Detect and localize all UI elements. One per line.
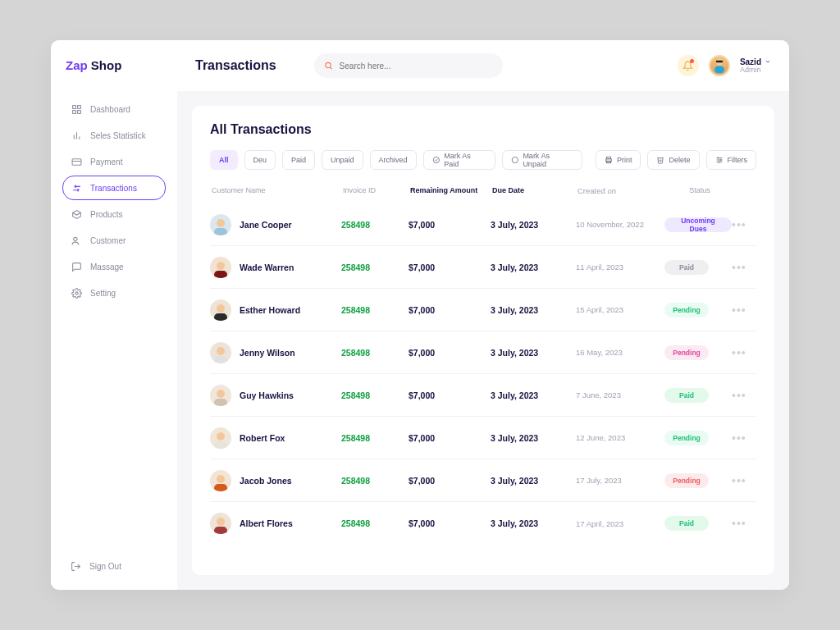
invoice-id: 258498: [341, 305, 370, 315]
delete-button[interactable]: Delete: [647, 150, 699, 170]
mark-unpaid-label: Mark As Unpaid: [523, 152, 573, 168]
row-actions-button[interactable]: •••: [732, 261, 756, 274]
customer-avatar: [210, 427, 231, 449]
invoice-id: 258498: [341, 433, 370, 443]
sidebar-item-label: Products: [90, 210, 122, 219]
svg-point-24: [717, 158, 719, 159]
grid-icon: [71, 104, 82, 115]
avatar-icon: [210, 427, 231, 449]
due-date: 3 July, 2023: [491, 390, 576, 400]
filter-all[interactable]: All: [210, 150, 238, 170]
sidebar-item-setting[interactable]: Setting: [62, 281, 166, 305]
sidebar-item-label: Seles Statistick: [90, 131, 146, 140]
table-row[interactable]: Jenny Wilson 258498 $7,000 3 July, 2023 …: [210, 331, 756, 374]
print-button[interactable]: Print: [596, 150, 641, 170]
svg-point-25: [719, 159, 721, 161]
table-row[interactable]: Jane Cooper 258498 $7,000 3 July, 2023 1…: [210, 203, 756, 246]
avatar-icon: [210, 214, 231, 235]
status-badge: Uncoming Dues: [664, 217, 732, 232]
remaining-amount: $7,000: [409, 220, 491, 230]
search-field[interactable]: [314, 53, 503, 78]
customer-avatar: [210, 513, 231, 534]
created-on: 7 June, 2023: [576, 390, 664, 399]
sidebar-item-dashboard[interactable]: Dashboard: [62, 97, 166, 121]
svg-point-37: [217, 432, 225, 441]
table-row[interactable]: Jacob Jones 258498 $7,000 3 July, 2023 1…: [210, 459, 756, 502]
avatar-icon: [210, 470, 231, 491]
svg-point-39: [217, 475, 225, 483]
printer-icon: [605, 156, 613, 164]
table-row[interactable]: Guy Hawkins 258498 $7,000 3 July, 2023 7…: [210, 374, 756, 417]
invoice-id: 258498: [341, 220, 370, 230]
svg-point-41: [217, 518, 225, 526]
delete-label: Delete: [669, 156, 690, 164]
filter-unpaid[interactable]: Unpaid: [322, 150, 363, 170]
due-date: 3 July, 2023: [491, 348, 576, 358]
gear-icon: [71, 288, 82, 299]
circle-icon: [511, 156, 519, 164]
notifications-button[interactable]: [678, 55, 699, 76]
user-name: Sazid: [740, 57, 761, 66]
customer-name: Jane Cooper: [240, 220, 292, 230]
row-actions-button[interactable]: •••: [732, 389, 756, 402]
row-actions-button[interactable]: •••: [732, 474, 756, 487]
transactions-card: All Transactions All Deu Paid Unpaid Arc…: [192, 106, 774, 575]
user-box[interactable]: Sazid Admin: [740, 57, 771, 75]
due-date: 3 July, 2023: [491, 262, 576, 272]
row-actions-button[interactable]: •••: [732, 218, 756, 231]
due-date: 3 July, 2023: [491, 476, 576, 486]
sidebar-item-label: Transactions: [90, 184, 137, 193]
brand-part2: Shop: [91, 58, 122, 72]
table-row[interactable]: Wade Warren 258498 $7,000 3 July, 2023 1…: [210, 246, 756, 289]
user-avatar[interactable]: [709, 55, 730, 76]
signout-label: Sign Out: [89, 562, 121, 571]
status-badge: Pending: [664, 431, 709, 445]
sidebar-item-payment[interactable]: Payment: [62, 149, 166, 174]
svg-rect-32: [214, 313, 227, 321]
created-on: 11 April, 2023: [576, 262, 664, 272]
mark-paid-button[interactable]: Mark As Paid: [423, 150, 495, 170]
row-actions-button[interactable]: •••: [732, 346, 756, 359]
svg-rect-30: [214, 271, 227, 278]
sidebar-item-message[interactable]: Massage: [62, 254, 166, 279]
search-input[interactable]: [340, 62, 493, 71]
card-title: All Transactions: [210, 122, 756, 137]
customer-name: Esther Howard: [240, 305, 300, 315]
svg-rect-34: [214, 356, 227, 363]
table-row[interactable]: Esther Howard 258498 $7,000 3 July, 2023…: [210, 289, 756, 331]
row-actions-button[interactable]: •••: [732, 517, 756, 530]
remaining-amount: $7,000: [409, 305, 491, 315]
filters-button[interactable]: Filters: [706, 150, 757, 170]
sidebar-item-label: Payment: [90, 158, 122, 167]
sidebar-item-products[interactable]: Products: [62, 202, 166, 226]
chevron-down-icon: [765, 58, 771, 65]
sidebar-item-statistics[interactable]: Seles Statistick: [62, 123, 166, 148]
page-title: Transactions: [195, 58, 276, 73]
filter-paid[interactable]: Paid: [282, 150, 315, 170]
due-date: 3 July, 2023: [491, 518, 576, 528]
avatar-icon: [710, 55, 728, 75]
customer-avatar: [210, 470, 231, 491]
sidebar: Zap Shop Dashboard Seles Statistick Paym…: [51, 40, 177, 590]
signout-button[interactable]: Sign Out: [62, 561, 166, 572]
swap-icon: [71, 183, 82, 194]
svg-point-17: [433, 157, 439, 162]
filter-deu[interactable]: Deu: [244, 150, 276, 170]
brand-part1: Zap: [66, 58, 91, 72]
sidebar-item-customer[interactable]: Customer: [62, 228, 166, 253]
created-on: 16 May, 2023: [576, 348, 664, 357]
box-icon: [71, 209, 82, 220]
filter-archived[interactable]: Archived: [370, 150, 417, 170]
svg-point-33: [217, 347, 225, 355]
svg-rect-36: [214, 399, 227, 406]
col-name: Customer Name: [212, 186, 343, 195]
sidebar-item-label: Setting: [90, 289, 116, 298]
row-actions-button[interactable]: •••: [732, 304, 756, 317]
table-row[interactable]: Albert Flores 258498 $7,000 3 July, 2023…: [210, 502, 756, 545]
sidebar-item-transactions[interactable]: Transactions: [62, 176, 166, 200]
svg-point-18: [512, 157, 518, 162]
mark-unpaid-button[interactable]: Mark As Unpaid: [502, 150, 582, 170]
status-badge: Pending: [664, 473, 709, 488]
table-row[interactable]: Robert Fox 258498 $7,000 3 July, 2023 12…: [210, 417, 756, 459]
row-actions-button[interactable]: •••: [732, 431, 756, 445]
